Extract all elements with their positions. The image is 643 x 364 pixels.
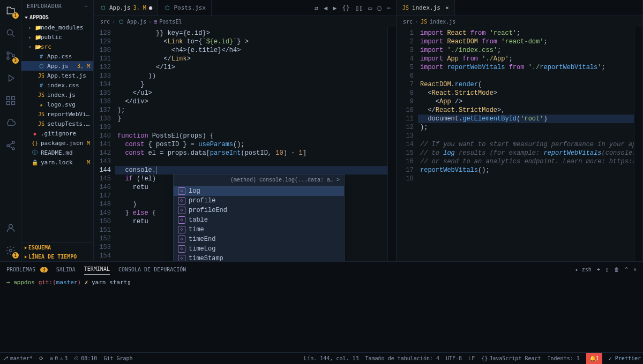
- file-name: index.css: [47, 82, 90, 89]
- breadcrumb-item[interactable]: PostsEl: [159, 19, 182, 25]
- prev-icon[interactable]: ◀: [324, 4, 327, 12]
- tree-item-setupTests-js[interactable]: JSsetupTests.js: [21, 119, 93, 128]
- breadcrumb-item[interactable]: src: [100, 19, 110, 25]
- braces-icon[interactable]: {}: [342, 4, 349, 12]
- tree-item--gitignore[interactable]: ◆.gitignore: [21, 128, 93, 138]
- autocomplete-popup[interactable]: (method) Console.log(...data: a… >◇log◇p…: [173, 175, 345, 261]
- encoding[interactable]: UTF-8: [446, 355, 462, 361]
- tree-item-App-test-js[interactable]: JSApp.test.js: [21, 71, 93, 80]
- panel-tab-label: CONSOLA DE DEPURACIÓN: [118, 267, 186, 272]
- git-graph-status[interactable]: Git Graph: [103, 355, 132, 361]
- suggest-item[interactable]: ◇timeStamp: [174, 254, 344, 261]
- close-icon[interactable]: ×: [633, 267, 637, 272]
- suggest-item[interactable]: ◇timeEnd: [174, 234, 344, 244]
- panel-tab-debug[interactable]: CONSOLA DE DEPURACIÓN: [118, 264, 186, 275]
- branch-status[interactable]: ⎇ master*: [2, 355, 33, 361]
- tree-item-index-css[interactable]: #index.css: [21, 80, 93, 90]
- panel-tab-problems[interactable]: PROBLEMAS 3: [6, 264, 48, 275]
- tree-item-App-js[interactable]: ⬡App.js3, M: [21, 61, 93, 71]
- scm-icon[interactable]: 3: [4, 49, 17, 62]
- tree-item-index-js[interactable]: JSindex.js: [21, 90, 93, 100]
- timeline-section[interactable]: LÍNEA DE TIEMPO: [21, 252, 93, 261]
- tree-item-package-json[interactable]: {}package.jsonM: [21, 138, 93, 148]
- time-status[interactable]: ⏲ 08:10: [74, 355, 97, 361]
- suggest-item[interactable]: ◇timeLog: [174, 244, 344, 254]
- project-header[interactable]: APPDOS: [21, 12, 93, 22]
- tree-item-README-md[interactable]: ⓘREADME.md: [21, 148, 93, 157]
- eol[interactable]: LF: [468, 355, 475, 361]
- breadcrumb-item[interactable]: index.js: [430, 19, 455, 25]
- extensions-icon[interactable]: [4, 94, 17, 107]
- search-icon[interactable]: [4, 27, 17, 40]
- maximize-icon[interactable]: ^: [625, 267, 628, 272]
- minimap[interactable]: [634, 27, 642, 261]
- breadcrumb-right[interactable]: src› JS index.js: [397, 16, 642, 27]
- code-content[interactable]: }} key={e.id}> <Link to={`${e.id}`} > <h…: [115, 27, 387, 261]
- sync-status[interactable]: ⟳: [39, 355, 43, 361]
- explorer-badge: 1: [12, 12, 19, 19]
- bell-status[interactable]: 🔔 1: [586, 353, 602, 365]
- prettier-status[interactable]: ✓ Prettier: [609, 355, 641, 361]
- tab-label: App.js: [109, 4, 131, 11]
- more-icon[interactable]: ⋯: [84, 3, 88, 9]
- svg-rect-5: [11, 97, 14, 100]
- shell-icon[interactable]: ▸ zsh: [575, 267, 592, 272]
- preview-icon[interactable]: ▢: [378, 4, 382, 12]
- tree-item-App-css[interactable]: #App.css: [21, 51, 93, 61]
- more-icon[interactable]: ⋯: [387, 4, 391, 12]
- minimap[interactable]: [387, 27, 396, 261]
- remote-icon[interactable]: [4, 117, 17, 130]
- breadcrumb-left[interactable]: src› ⬡ App.js› ⊞ PostsEl: [94, 16, 396, 27]
- terminal-content[interactable]: → appdos git:(master) ✗ yarn start▯: [0, 277, 643, 352]
- code-editor-left[interactable]: 1281291301311321331341351361371381391401…: [94, 27, 396, 261]
- tab-posts-jsx[interactable]: ⬡ Posts.jsx: [158, 0, 212, 16]
- cursor-position[interactable]: Lín. 144, col. 13: [304, 355, 358, 361]
- react-icon: ⬡: [38, 62, 45, 70]
- file-name: README.md: [41, 149, 90, 156]
- suggest-item[interactable]: ◇profileEnd: [174, 206, 344, 215]
- panel-actions: ▸ zsh + ▯ 🗑 ^ ×: [575, 267, 637, 272]
- suggest-item[interactable]: ◇time: [174, 225, 344, 234]
- suggest-item[interactable]: ◇table: [174, 215, 344, 225]
- tab-app-js[interactable]: ⬡ App.js 3, M ●: [94, 0, 158, 16]
- settings-icon[interactable]: 1: [4, 244, 17, 257]
- breadcrumb-item[interactable]: src: [403, 19, 413, 25]
- language-mode[interactable]: {} JavaScript React: [481, 355, 541, 361]
- suggest-item[interactable]: ◇log: [174, 186, 344, 196]
- panel-tab-output[interactable]: SALIDA: [56, 264, 76, 275]
- tree-item-yarn-lock[interactable]: 🔒yarn.lockM: [21, 157, 93, 167]
- add-terminal-icon[interactable]: +: [597, 267, 600, 272]
- problems-badge: 3: [40, 267, 47, 272]
- account-icon[interactable]: [4, 222, 17, 234]
- suggest-item[interactable]: ◇profile: [174, 196, 344, 206]
- debug-icon[interactable]: [4, 72, 17, 85]
- outline-section[interactable]: ESQUEMA: [21, 243, 93, 252]
- split-icon[interactable]: ▯▯: [355, 4, 363, 12]
- next-icon[interactable]: ▶: [333, 4, 337, 12]
- tree-item-node_modules[interactable]: ▸ 📁node_modules: [21, 22, 93, 32]
- problems-status[interactable]: ⊘ 0 ⚠ 3: [50, 355, 68, 361]
- code-editor-right[interactable]: 123456789101112131415161718 import React…: [397, 27, 642, 261]
- tab-bar-left: ⬡ App.js 3, M ● ⬡ Posts.jsx ⇄ ◀ ▶ {} ▯▯ …: [94, 0, 396, 16]
- file-name: node_modules: [41, 24, 90, 31]
- tree-item-reportWebVitals-js[interactable]: JSreportWebVitals.js: [21, 109, 93, 119]
- close-icon[interactable]: ×: [445, 4, 449, 11]
- breadcrumb-item[interactable]: App.js: [127, 19, 146, 25]
- tree-item-src[interactable]: ▾ 📂src: [21, 42, 93, 51]
- prompt-arrow: →: [6, 279, 10, 286]
- css-icon: #: [38, 52, 45, 60]
- share-icon[interactable]: [4, 139, 17, 152]
- tree-item-logo-svg[interactable]: ★logo.svg: [21, 100, 93, 109]
- split-terminal-icon[interactable]: ▯: [605, 267, 609, 272]
- tree-item-public[interactable]: ▸ 📁public: [21, 32, 93, 42]
- panel-tab-terminal[interactable]: TERMINAL: [84, 264, 110, 275]
- outline-label: ESQUEMA: [28, 245, 51, 251]
- tab-size[interactable]: Tamaño de tabulación: 4: [365, 355, 439, 361]
- indents[interactable]: Indents: 1: [548, 355, 580, 361]
- tab-index-js[interactable]: JS index.js ×: [397, 0, 455, 16]
- explorer-icon[interactable]: 1: [4, 4, 17, 17]
- compare-icon[interactable]: ⇄: [315, 4, 318, 12]
- code-content[interactable]: import React from 'react';import ReactDO…: [418, 27, 634, 261]
- layout-icon[interactable]: ▭: [368, 4, 372, 12]
- trash-icon[interactable]: 🗑: [614, 267, 619, 272]
